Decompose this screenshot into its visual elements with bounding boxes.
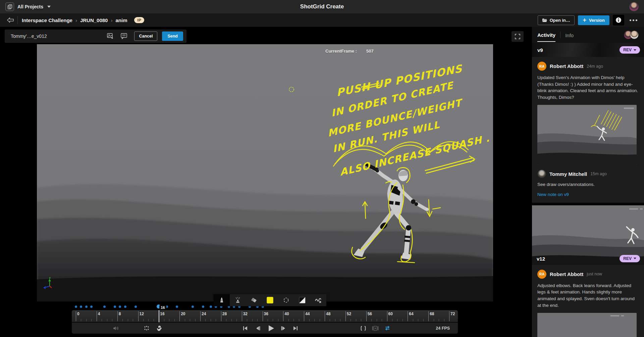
ruler-tick-label: 0 — [77, 312, 79, 316]
avatar: RA — [537, 270, 546, 279]
ruler-tick — [190, 319, 190, 321]
breadcrumb-task[interactable]: anim — [115, 17, 127, 23]
annotation-visibility-button[interactable] — [141, 323, 152, 334]
timeline-ruler[interactable]: 16 04812162024283236404448525660646872 — [72, 310, 458, 322]
frame-marker-dot[interactable] — [124, 306, 126, 308]
version-card-v12: v12 REV RA Robert Abbott just now Adjust… — [532, 205, 644, 337]
ruler-tick-label: 60 — [388, 312, 393, 316]
ruler-tick — [138, 311, 139, 321]
fullscreen-button[interactable] — [512, 31, 524, 42]
ruler-tick — [439, 319, 439, 321]
breadcrumb-separator: › — [75, 17, 77, 23]
back-button[interactable] — [5, 15, 16, 25]
brush-size-button[interactable] — [278, 294, 294, 306]
frame-marker-dot[interactable] — [75, 306, 77, 308]
all-projects-menu[interactable]: All Projects — [5, 2, 51, 11]
ruler-tick — [335, 319, 335, 321]
clear-annotations-button[interactable] — [310, 294, 326, 306]
comment-author[interactable]: Robert Abbott — [550, 63, 583, 69]
version-status-badge[interactable]: REV — [620, 255, 640, 262]
frame-marker-dot[interactable] — [103, 306, 106, 308]
note-comment-button[interactable] — [118, 31, 129, 41]
skip-start-icon — [243, 326, 248, 331]
cancel-button[interactable]: Cancel — [134, 31, 157, 41]
ruler-tick — [356, 319, 356, 321]
ruler-tick — [413, 319, 413, 321]
tab-info[interactable]: Info — [565, 28, 574, 42]
ruler-tick — [91, 319, 92, 321]
go-to-end-button[interactable] — [290, 323, 301, 334]
status-badge[interactable]: IP — [134, 17, 144, 23]
version-label: v12 — [537, 256, 545, 262]
activity-panel: Activity Info v9 REV RA Robert Abbott 24… — [532, 27, 644, 337]
status-badge-label: REV — [623, 256, 632, 261]
annotation-thumbnail[interactable] — [537, 105, 637, 164]
loop-button[interactable] — [382, 323, 393, 334]
color-swatch-button[interactable] — [262, 294, 278, 306]
activity-feed[interactable]: v9 REV RA Robert Abbott 24m ago Updated … — [532, 43, 644, 337]
brackets-icon — [360, 326, 366, 331]
ruler-tick-label: 72 — [450, 312, 455, 316]
ruler-tick — [76, 311, 76, 321]
annotation-review-bar: Tommy'…e_v012 Cancel Send — [5, 29, 186, 43]
ruler-tick-label: 28 — [222, 312, 227, 316]
hand-icon — [157, 325, 162, 331]
play-icon — [268, 325, 274, 332]
more-menu-button[interactable] — [628, 17, 639, 23]
set-range-button[interactable] — [358, 323, 369, 334]
version-header-strip[interactable]: v9 REV — [532, 43, 644, 57]
spray-tool-button[interactable] — [230, 294, 246, 306]
ruler-tick — [444, 319, 444, 321]
step-forward-button[interactable] — [278, 323, 289, 334]
player-viewport[interactable]: y — [37, 44, 493, 301]
ruler-tick — [247, 319, 247, 321]
ruler-tick — [304, 311, 304, 321]
ruler-tick — [299, 319, 299, 321]
frame-marker-dot[interactable] — [85, 306, 88, 308]
frame-marker-dot[interactable] — [90, 306, 93, 308]
playhead[interactable]: 16 — [159, 310, 159, 322]
frame-marker-dot[interactable] — [176, 306, 178, 308]
ruler-tick — [397, 319, 397, 321]
frame-marker-dot[interactable] — [192, 306, 194, 308]
participant-avatars[interactable] — [624, 30, 639, 39]
comment-author[interactable]: Robert Abbott — [550, 271, 583, 277]
ruler-tick — [314, 319, 315, 321]
go-to-start-button[interactable] — [239, 323, 251, 334]
comment-author[interactable]: Tommy Mitchell — [549, 171, 587, 177]
frame-marker-dot[interactable] — [210, 306, 212, 308]
attach-image-button[interactable] — [105, 31, 116, 41]
breadcrumb-project[interactable]: Interspace Challenge — [22, 17, 72, 23]
version-status-badge[interactable]: REV — [620, 46, 640, 54]
eraser-tool-button[interactable] — [246, 294, 262, 306]
mute-button[interactable] — [111, 323, 122, 334]
frame-marker-dot[interactable] — [80, 306, 82, 308]
frame-marker-dot[interactable] — [202, 306, 204, 308]
add-version-button[interactable]: Version — [578, 15, 609, 25]
new-note-link[interactable]: New note on v9 — [537, 192, 569, 197]
annotation-thumbnail[interactable] — [537, 313, 637, 337]
playback-mode-button[interactable] — [370, 323, 381, 334]
tab-activity[interactable]: Activity — [537, 28, 555, 42]
breadcrumb-entity[interactable]: JRUN_0080 — [80, 17, 108, 23]
ruler-tick-label: 4 — [98, 312, 100, 316]
ruler-tick — [174, 319, 175, 321]
frame-marker-dot[interactable] — [135, 306, 137, 308]
version-thumbnail[interactable]: v12 REV — [532, 205, 644, 265]
frame-marker-dot[interactable] — [114, 306, 116, 308]
pan-tool-button[interactable] — [154, 323, 165, 334]
comment-header: Tommy Mitchell 15m ago — [537, 170, 639, 178]
info-panel-toggle[interactable] — [613, 15, 624, 25]
frame-marker-dot[interactable] — [119, 306, 121, 308]
play-button[interactable] — [264, 323, 278, 334]
pen-tool-button[interactable] — [214, 294, 230, 306]
ruler-tick — [392, 319, 392, 321]
contrast-button[interactable] — [294, 294, 310, 306]
ruler-tick — [231, 319, 232, 321]
step-back-button[interactable] — [252, 323, 264, 334]
ruler-tick-label: 44 — [305, 312, 310, 316]
user-avatar[interactable] — [629, 2, 639, 11]
open-in-button[interactable]: Open in… — [538, 15, 575, 25]
ruler-tick — [330, 319, 330, 321]
send-button[interactable]: Send — [162, 31, 183, 41]
